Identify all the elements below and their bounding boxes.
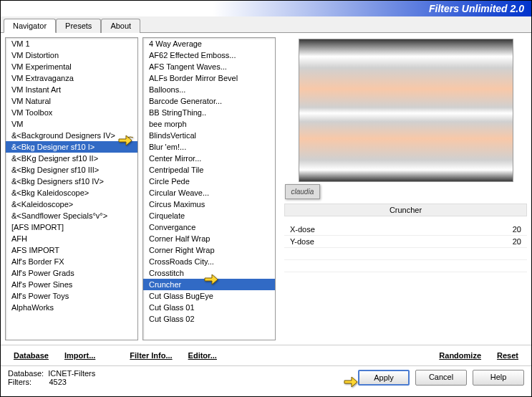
category-column: VM 1VM DistortionVM ExperimentalVM Extra… xyxy=(5,37,138,340)
list-item[interactable]: VM Experimental xyxy=(6,61,137,72)
list-item[interactable]: &<Kaleidoscope> xyxy=(6,198,137,210)
list-item[interactable]: Alf's Border FX xyxy=(6,256,137,267)
list-item[interactable]: VM 1 xyxy=(6,38,137,49)
list-item[interactable]: AFH xyxy=(6,233,137,244)
list-item[interactable]: VM xyxy=(6,118,137,130)
list-item[interactable]: &<Bkg Kaleidoscope> xyxy=(6,187,137,198)
filters-count-label: Filters: xyxy=(8,378,32,386)
list-item[interactable]: Blur 'em!... xyxy=(143,141,275,153)
list-item[interactable]: CrossRoads City... xyxy=(143,256,275,267)
list-item[interactable]: Center Mirror... xyxy=(143,153,275,164)
database-button[interactable]: Database xyxy=(8,348,54,363)
list-item[interactable]: &<Bkg Designers sf10 IV> xyxy=(6,176,137,187)
list-item[interactable]: &<Sandflower Specials°v°> xyxy=(6,210,137,221)
list-item[interactable]: &<Bkg Designer sf10 III> xyxy=(6,164,137,176)
list-item[interactable]: BlindsVertical xyxy=(143,130,275,141)
main-panel: VM 1VM DistortionVM ExperimentalVM Extra… xyxy=(1,33,531,345)
list-item[interactable]: Corner Half Wrap xyxy=(143,233,275,244)
list-item[interactable]: [AFS IMPORT] xyxy=(6,221,137,233)
apply-button[interactable]: Apply xyxy=(358,370,410,386)
filter-column: 4 Way AverageAF62 Effected Emboss...AFS … xyxy=(142,37,276,340)
list-item[interactable]: Crosstitch xyxy=(143,267,275,279)
app-title: Filters Unlimited 2.0 xyxy=(429,3,524,14)
list-item[interactable]: Convergance xyxy=(143,221,275,233)
tab-navigator[interactable]: Navigator xyxy=(4,19,56,33)
param-row-empty xyxy=(284,248,527,260)
tab-strip: Navigator Presets About xyxy=(1,16,531,33)
list-item[interactable]: AFS Tangent Waves... xyxy=(143,61,275,72)
parameter-panel: Cruncher X-dose 20 Y-dose 20 xyxy=(284,204,527,272)
list-item[interactable]: Cut Glass BugEye xyxy=(143,290,275,302)
preview-column: claudia Cruncher X-dose 20 Y-dose 20 xyxy=(280,37,527,340)
list-item[interactable]: Centripedal Tile xyxy=(143,164,275,176)
tab-presets[interactable]: Presets xyxy=(56,19,101,33)
list-item[interactable]: VM Extravaganza xyxy=(6,72,137,84)
reset-button[interactable]: Reset xyxy=(491,348,524,363)
param-value: 20 xyxy=(513,225,521,234)
filter-info-button[interactable]: Filter Info... xyxy=(124,348,178,363)
list-item[interactable]: VM Natural xyxy=(6,95,137,107)
db-value: ICNET-Filters xyxy=(48,369,95,378)
param-row-xdose[interactable]: X-dose 20 xyxy=(284,224,527,236)
list-item[interactable]: Cirquelate xyxy=(143,210,275,221)
tab-about[interactable]: About xyxy=(101,19,140,33)
randomize-button[interactable]: Randomize xyxy=(433,348,487,363)
category-list[interactable]: VM 1VM DistortionVM ExperimentalVM Extra… xyxy=(5,37,138,340)
param-label: X-dose xyxy=(290,225,315,234)
list-item[interactable]: AFS IMPORT xyxy=(6,244,137,256)
list-item[interactable]: Barcode Generator... xyxy=(143,95,275,107)
list-item[interactable]: ALFs Border Mirror Bevel xyxy=(143,72,275,84)
filters-count-value: 4523 xyxy=(49,378,66,386)
list-item[interactable]: VM Toolbox xyxy=(6,107,137,118)
list-item[interactable]: &<Background Designers IV> xyxy=(6,130,137,141)
list-item[interactable]: VM Distortion xyxy=(6,49,137,61)
list-item[interactable]: bee morph xyxy=(143,118,275,130)
toolbar: Database Import... Filter Info... Editor… xyxy=(1,345,531,365)
filter-list[interactable]: 4 Way AverageAF62 Effected Emboss...AFS … xyxy=(142,37,276,340)
title-bar: Filters Unlimited 2.0 xyxy=(1,1,531,16)
list-item[interactable]: Cut Glass 02 xyxy=(143,313,275,325)
param-value: 20 xyxy=(513,237,521,246)
status-info: Database: ICNET-Filters Filters: 4523 xyxy=(8,369,223,386)
list-item[interactable]: AlphaWorks xyxy=(6,302,137,313)
editor-button[interactable]: Editor... xyxy=(183,348,223,363)
list-item[interactable]: Circle Pede xyxy=(143,176,275,187)
list-item[interactable]: VM Instant Art xyxy=(6,84,137,95)
list-item[interactable]: Alf's Power Toys xyxy=(6,290,137,302)
import-button[interactable]: Import... xyxy=(59,348,101,363)
list-item[interactable]: AF62 Effected Emboss... xyxy=(143,49,275,61)
list-item[interactable]: Alf's Power Sines xyxy=(6,279,137,290)
list-item[interactable]: Circular Weave... xyxy=(143,187,275,198)
cancel-button[interactable]: Cancel xyxy=(415,370,467,386)
list-item[interactable]: Circus Maximus xyxy=(143,198,275,210)
list-item[interactable]: BB StringThing.. xyxy=(143,107,275,118)
db-label: Database: xyxy=(8,369,44,378)
list-item[interactable]: &<BKg Designer sf10 II> xyxy=(6,153,137,164)
param-row-ydose[interactable]: Y-dose 20 xyxy=(284,236,527,248)
param-row-empty xyxy=(284,260,527,272)
list-item[interactable]: Balloons... xyxy=(143,84,275,95)
list-item[interactable]: Alf's Power Grads xyxy=(6,267,137,279)
list-item[interactable]: &<Bkg Designer sf10 I> xyxy=(6,141,137,153)
filter-name-label: Cruncher xyxy=(284,204,527,216)
dialog-buttons: Apply Cancel Help xyxy=(358,370,524,386)
preview-image: claudia xyxy=(299,39,513,182)
list-item[interactable]: 4 Way Average xyxy=(143,38,275,49)
watermark-badge: claudia xyxy=(285,184,321,199)
list-item[interactable]: Corner Right Wrap xyxy=(143,244,275,256)
list-item[interactable]: Cruncher xyxy=(143,279,275,290)
list-item[interactable]: Cut Glass 01 xyxy=(143,302,275,313)
param-label: Y-dose xyxy=(290,237,314,246)
help-button[interactable]: Help xyxy=(473,370,524,386)
status-bar: Database: ICNET-Filters Filters: 4523 Ap… xyxy=(1,365,531,389)
